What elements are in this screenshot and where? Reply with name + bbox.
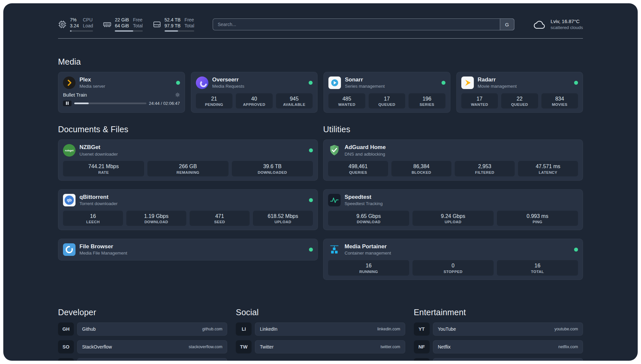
stat-box: 16RUNNING xyxy=(328,260,409,276)
cpu-load-value: 3.24 xyxy=(70,23,79,29)
status-dot xyxy=(176,81,180,85)
service-link-qbittorrent[interactable]: qb qBittorrent Torrent downloader xyxy=(63,194,313,207)
status-dot xyxy=(309,248,313,252)
cpu-progress-bar xyxy=(70,30,93,32)
service-name: qBittorrent xyxy=(79,194,118,201)
stat-box: 86,384BLOCKED xyxy=(391,161,451,176)
bookmark-name: LinkedIn xyxy=(260,326,377,332)
bookmark-url: netflix.com xyxy=(558,345,578,349)
service-link-overseerr[interactable]: Overseerr Media Requests xyxy=(196,76,313,89)
status-dot xyxy=(309,148,313,152)
stat-box: 0.993 msPING xyxy=(497,211,578,226)
gear-icon[interactable] xyxy=(175,92,180,97)
stat-box: 834MOVIES xyxy=(541,93,578,109)
disk-icon xyxy=(153,20,161,29)
media-section: Media Plex Media server xyxy=(58,57,583,113)
stat-box: 17WANTED xyxy=(461,93,498,109)
search-input[interactable] xyxy=(213,18,514,30)
service-subtitle: Torrent downloader xyxy=(79,201,118,207)
speedtest-icon xyxy=(328,194,341,206)
plex-icon xyxy=(63,76,76,89)
service-subtitle: DNS and adblocking xyxy=(345,151,386,157)
memory-widget: 22 GiB 64 GiB Free Total xyxy=(103,17,142,32)
bookmark-group-social: Social LI LinkedIn linkedin.com TW Twitt… xyxy=(236,308,405,361)
bookmark-name: StackOverflow xyxy=(82,344,189,349)
stat-box: 16TOTAL xyxy=(497,260,578,276)
service-link-radarr[interactable]: Radarr Movie management xyxy=(461,76,578,89)
status-dot xyxy=(442,81,445,85)
service-name: AdGuard Home xyxy=(345,144,386,151)
service-subtitle: Series management xyxy=(345,83,385,89)
weather-condition: scattered clouds xyxy=(551,25,583,31)
now-playing-title: Bullet Train xyxy=(63,92,175,98)
service-card-speedtest: Speedtest Speedtest Tracking 9.65 GbpsDO… xyxy=(323,189,583,230)
service-card-portainer: Media Portainer Container management 16R… xyxy=(323,239,583,280)
bookmark-abbr: YT xyxy=(414,322,430,336)
service-name: Radarr xyxy=(478,76,517,83)
bookmark-stackoverflow[interactable]: SO StackOverflow stackoverflow.com xyxy=(58,340,227,353)
cpu-widget: 7% 3.24 CPU Load xyxy=(58,17,93,32)
stat-box: 40APPROVED xyxy=(236,93,273,109)
disk-total-label: Total xyxy=(185,23,195,29)
service-link-nzbget[interactable]: nzbget NZBGet Usenet downloader xyxy=(63,144,313,157)
service-link-plex[interactable]: Plex Media server xyxy=(63,76,180,89)
memory-free-label: Free xyxy=(133,17,143,23)
bookmark-dev[interactable]: DT DEV dev.to xyxy=(58,358,227,361)
section-title-utilities: Utilities xyxy=(323,125,583,134)
disk-total-value: 97.9 TB xyxy=(165,23,181,29)
memory-free-value: 22 GiB xyxy=(115,17,129,23)
stat-box: 498,461QUERIES xyxy=(328,161,388,176)
playback-progress-bar[interactable] xyxy=(74,103,146,104)
section-title-developer: Developer xyxy=(58,308,227,317)
cloud-icon xyxy=(533,19,547,30)
service-link-sonarr[interactable]: Sonarr Series management xyxy=(328,76,445,89)
filebrowser-icon xyxy=(63,243,76,256)
bookmark-linkedin[interactable]: LI LinkedIn linkedin.com xyxy=(236,322,405,336)
service-link-filebrowser[interactable]: File Browser Media File Management xyxy=(63,243,313,256)
service-link-adguard[interactable]: AdGuard Home DNS and adblocking xyxy=(328,144,578,157)
section-title-social: Social xyxy=(236,308,405,317)
service-link-speedtest[interactable]: Speedtest Speedtest Tracking xyxy=(328,194,578,207)
sonarr-icon xyxy=(328,76,341,89)
bookmark-name: YouTube xyxy=(438,326,555,332)
stat-box: 196SERIES xyxy=(409,93,445,109)
weather-widget[interactable]: Lviv, 16.87°C scattered clouds xyxy=(533,18,583,30)
status-dot xyxy=(574,248,578,252)
stat-box: 618.52 MbpsUPLOAD xyxy=(253,211,313,226)
portainer-icon xyxy=(328,243,341,256)
service-name: File Browser xyxy=(79,243,127,250)
service-card-overseerr: Overseerr Media Requests 21PENDING 40APP… xyxy=(191,72,318,113)
service-card-qbittorrent: qb qBittorrent Torrent downloader 16LEEC… xyxy=(58,189,318,230)
bookmark-url: github.com xyxy=(202,327,222,331)
bookmark-reddit[interactable]: RE Reddit reddit.com xyxy=(414,358,583,361)
playback-time: 24:44 / 02:06:47 xyxy=(149,101,180,106)
service-subtitle: Media Requests xyxy=(212,83,245,89)
bookmark-twitter[interactable]: TW Twitter twitter.com xyxy=(236,340,405,353)
bookmark-group-developer: Developer GH Github github.com SO StackO… xyxy=(58,308,227,361)
service-subtitle: Usenet downloader xyxy=(79,151,118,157)
service-card-adguard: AdGuard Home DNS and adblocking 498,461Q… xyxy=(323,139,583,180)
service-name: Plex xyxy=(79,76,105,83)
stat-box: 22QUEUED xyxy=(501,93,538,109)
service-link-portainer[interactable]: Media Portainer Container management xyxy=(328,243,578,256)
service-subtitle: Container management xyxy=(345,250,391,256)
disk-widget: 52.4 TB 97.9 TB Free Total xyxy=(153,17,194,32)
service-name: Sonarr xyxy=(345,76,385,83)
bookmark-youtube[interactable]: YT YouTube youtube.com xyxy=(414,322,583,336)
stat-box: 21PENDING xyxy=(196,93,233,109)
bookmark-name: Twitter xyxy=(260,344,381,349)
topbar: 7% 3.24 CPU Load xyxy=(58,15,583,38)
bookmark-abbr: LI xyxy=(236,322,252,336)
stat-box: 471SEED xyxy=(190,211,250,226)
qbittorrent-icon: qb xyxy=(63,194,76,206)
bookmark-github[interactable]: GH Github github.com xyxy=(58,322,227,336)
bookmark-group-entertainment: Entertainment YT YouTube youtube.com NF … xyxy=(414,308,583,361)
service-name: Overseerr xyxy=(212,76,245,83)
search-provider-button[interactable]: G xyxy=(500,18,514,30)
pause-button[interactable] xyxy=(63,101,72,106)
bookmark-netflix[interactable]: NF Netflix netflix.com xyxy=(414,340,583,353)
stat-box: 485WANTED xyxy=(328,93,365,109)
overseerr-icon xyxy=(196,76,208,89)
bookmarks-section: Developer GH Github github.com SO StackO… xyxy=(58,308,583,361)
section-title-documents: Documents & Files xyxy=(58,125,318,134)
